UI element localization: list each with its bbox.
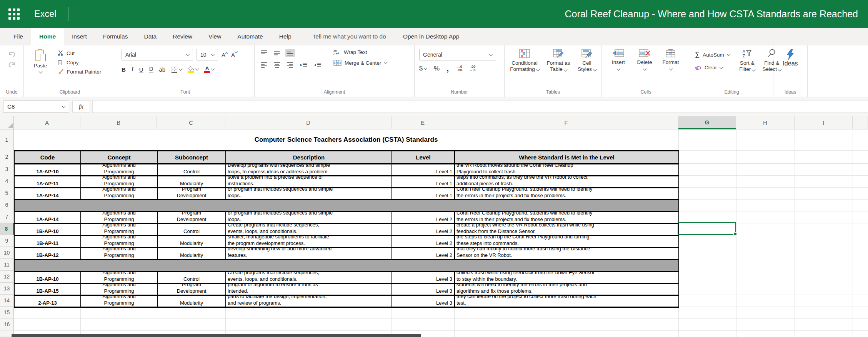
underline-button[interactable]: U bbox=[139, 66, 143, 73]
column-header-B[interactable]: B bbox=[80, 116, 157, 129]
insert-cells-button[interactable]: Insert bbox=[607, 49, 630, 70]
increase-indent-button[interactable] bbox=[312, 61, 323, 69]
menu-tab-data[interactable]: Data bbox=[136, 28, 165, 45]
cell-B9[interactable]: Algorithms andProgramming bbox=[81, 236, 158, 247]
fill-color-button[interactable] bbox=[188, 66, 198, 73]
menu-tab-insert[interactable]: Insert bbox=[64, 28, 95, 45]
bold-button[interactable]: B bbox=[122, 66, 126, 73]
table-header-description[interactable]: Description bbox=[226, 151, 392, 163]
document-title[interactable]: Coral Reef Cleanup - Where and How CSTA … bbox=[565, 8, 858, 20]
menu-tab-automate[interactable]: Automate bbox=[229, 28, 271, 45]
row-header-8[interactable]: 8 bbox=[0, 223, 14, 235]
format-painter-button[interactable]: Format Painter bbox=[58, 69, 101, 75]
row-header-4[interactable]: 4 bbox=[0, 175, 14, 187]
row-header-11[interactable]: 11 bbox=[0, 259, 14, 271]
cell-E13[interactable]: Level 3 bbox=[392, 284, 455, 295]
increase-decimal-button[interactable]: ←.0.00 bbox=[456, 65, 462, 72]
cell-F14[interactable]: they can iterate on the project to colle… bbox=[455, 296, 679, 307]
horizontal-scrollbar-thumb[interactable] bbox=[12, 334, 421, 337]
column-header-G[interactable]: G bbox=[678, 116, 736, 129]
cell-A5[interactable]: 1A-AP-14 bbox=[15, 188, 81, 199]
cell-D5[interactable]: or program that includes sequences and s… bbox=[226, 188, 392, 199]
row-header-14[interactable]: 14 bbox=[0, 295, 14, 307]
table-header-level[interactable]: Level bbox=[392, 151, 455, 163]
conditional-formatting-button[interactable]: Conditional Formatting bbox=[507, 49, 542, 72]
cell-F8[interactable]: create a project where the VR Robot coll… bbox=[455, 224, 679, 235]
row-header-9[interactable]: 9 bbox=[0, 235, 14, 247]
cell-F4[interactable]: steps into commands, as they drive the V… bbox=[455, 176, 679, 187]
table-header-subconcept[interactable]: Subconcept bbox=[158, 151, 226, 163]
sheet-title-cell[interactable]: Computer Science Teachers Association (C… bbox=[14, 129, 678, 150]
number-format-select[interactable]: General bbox=[419, 49, 496, 60]
cell-F9[interactable]: the steps to clean up the Coral Reef Pla… bbox=[455, 236, 679, 247]
font-name-select[interactable]: Arial bbox=[122, 49, 193, 60]
align-center-button[interactable] bbox=[272, 61, 282, 69]
cell-A7[interactable]: 1A-AP-14 bbox=[15, 212, 81, 223]
align-bottom-button[interactable] bbox=[285, 49, 295, 57]
cell-F13[interactable]: students will need to identify the error… bbox=[455, 284, 679, 295]
cell-B5[interactable]: Algorithms andProgramming bbox=[81, 188, 158, 199]
cell-B12[interactable]: Algorithms andProgramming bbox=[81, 272, 158, 283]
column-header-F[interactable]: F bbox=[454, 116, 678, 129]
decrease-font-size-button[interactable]: A bbox=[231, 52, 237, 58]
separator-row-11[interactable] bbox=[15, 260, 679, 272]
cell-A4[interactable]: 1A-AP-11 bbox=[15, 176, 81, 187]
percent-style-button[interactable]: % bbox=[434, 65, 440, 72]
cell-C9[interactable]: Modularity bbox=[158, 236, 226, 247]
cell-C12[interactable]: Control bbox=[158, 272, 226, 283]
cell-D14[interactable]: parts to facilitate the design, implemen… bbox=[226, 296, 392, 307]
paste-button[interactable]: Paste bbox=[28, 49, 52, 75]
cell-E9[interactable]: Level 2 bbox=[392, 236, 455, 247]
cell-E5[interactable]: Level 1 bbox=[392, 188, 455, 199]
row-header-3[interactable]: 3 bbox=[0, 163, 14, 175]
autosum-button[interactable]: ∑ AutoSum bbox=[695, 51, 730, 59]
format-as-table-button[interactable]: Format as Table bbox=[543, 49, 574, 72]
cell-F3[interactable]: the VR Robot moves around the Coral Reef… bbox=[455, 164, 679, 175]
decrease-indent-button[interactable] bbox=[298, 61, 309, 69]
cell-A9[interactable]: 1B-AP-11 bbox=[15, 236, 81, 247]
borders-button[interactable] bbox=[171, 66, 182, 73]
cell-D7[interactable]: or program that includes sequences and s… bbox=[226, 212, 392, 223]
app-launcher-icon[interactable] bbox=[8, 8, 20, 20]
cell-C13[interactable]: ProgramDevelopment bbox=[158, 284, 226, 295]
row-header-7[interactable]: 7 bbox=[0, 211, 14, 223]
merge-center-button[interactable]: Merge & Center bbox=[333, 60, 387, 66]
align-right-button[interactable] bbox=[285, 61, 295, 69]
menu-tab-home[interactable]: Home bbox=[31, 28, 64, 45]
cell-C10[interactable]: Modularity bbox=[158, 248, 226, 259]
decrease-decimal-button[interactable]: .00→.0 bbox=[469, 65, 476, 72]
cell-D13[interactable]: program or algorithm to ensure it runs a… bbox=[226, 284, 392, 295]
cell-A13[interactable]: 1B-AP-15 bbox=[15, 284, 81, 295]
menu-tab-help[interactable]: Help bbox=[271, 28, 300, 45]
cell-F5[interactable]: Coral Reef Cleanup Playground, students … bbox=[455, 188, 679, 199]
row-header-13[interactable]: 13 bbox=[0, 283, 14, 295]
column-header-I[interactable]: I bbox=[795, 116, 853, 129]
font-size-select[interactable]: 10 bbox=[197, 49, 218, 60]
cell-D10[interactable]: develop something new or add more advanc… bbox=[226, 248, 392, 259]
row-header-16[interactable]: 16 bbox=[0, 319, 14, 330]
cell-D3[interactable]: Develop programs with sequences and simp… bbox=[226, 164, 392, 175]
row-header-2[interactable]: 2 bbox=[0, 150, 14, 163]
increase-font-size-button[interactable]: A bbox=[222, 52, 228, 58]
menu-tab-review[interactable]: Review bbox=[165, 28, 200, 45]
cell-E3[interactable]: Level 1 bbox=[392, 164, 455, 175]
row-header-1[interactable]: 1 bbox=[0, 129, 14, 150]
cell-C3[interactable]: Control bbox=[158, 164, 226, 175]
row-header-12[interactable]: 12 bbox=[0, 271, 14, 283]
cell-C4[interactable]: Modularity bbox=[158, 176, 226, 187]
align-left-button[interactable] bbox=[259, 61, 269, 69]
undo-button[interactable] bbox=[7, 50, 17, 57]
font-color-button[interactable]: A bbox=[204, 66, 214, 73]
cell-E4[interactable]: Level 1 bbox=[392, 176, 455, 187]
column-header-E[interactable]: E bbox=[392, 116, 454, 129]
comma-style-button[interactable]: , bbox=[446, 67, 449, 70]
cell-D12[interactable]: Create programs that include sequences,e… bbox=[226, 272, 392, 283]
column-header-C[interactable]: C bbox=[157, 116, 225, 129]
format-cells-button[interactable]: Format bbox=[660, 49, 682, 70]
app-name[interactable]: Excel bbox=[34, 9, 57, 19]
cell-A3[interactable]: 1A-AP-10 bbox=[15, 164, 81, 175]
menu-tab-file[interactable]: File bbox=[5, 28, 31, 45]
cell-C5[interactable]: ProgramDevelopment bbox=[158, 188, 226, 199]
redo-button[interactable] bbox=[7, 61, 17, 67]
cell-F12[interactable]: collects trash while using feedback from… bbox=[455, 272, 679, 283]
